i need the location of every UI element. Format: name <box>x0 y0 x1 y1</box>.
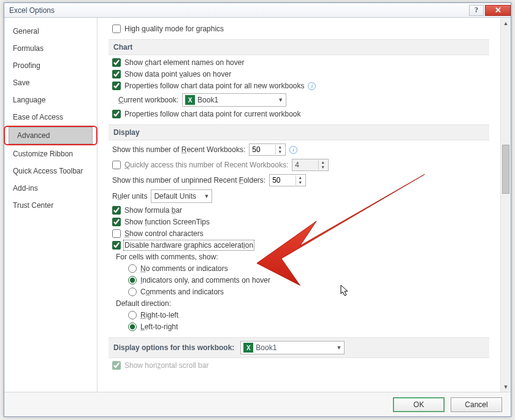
ruler-units-value: Default Units <box>154 192 196 200</box>
vertical-scrollbar[interactable]: ▲ ▼ <box>500 18 511 392</box>
label-recent-folders: Show this number of unpinned Recent Fold… <box>112 176 265 185</box>
label-recent-workbooks: Show this number of Recent Workbooks: <box>112 145 245 154</box>
sidebar-item-save[interactable]: Save <box>4 74 97 91</box>
help-button[interactable]: ? <box>469 5 484 16</box>
radio-comments-indicators[interactable] <box>128 276 137 284</box>
sidebar-item-ease-of-access[interactable]: Ease of Access <box>4 109 97 126</box>
checkbox-screentips[interactable] <box>112 218 121 226</box>
label-quick-access: Quickly access this number of Recent Wor… <box>124 161 288 169</box>
option-chart-props-all[interactable]: Properties follow chart data point for a… <box>112 82 489 90</box>
label-chart-props-current: Properties follow chart data point for c… <box>124 110 300 118</box>
dialog-footer: OK Cancel <box>4 392 511 416</box>
cancel-button[interactable]: Cancel <box>451 397 502 412</box>
option-high-quality-graphics[interactable]: High quality mode for graphics <box>112 25 489 33</box>
label-current-workbook: Current workbook: <box>118 96 178 104</box>
info-icon[interactable]: i <box>289 146 297 154</box>
option-chart-props-current[interactable]: Properties follow chart data point for c… <box>112 110 489 118</box>
checkbox-chart-props-current[interactable] <box>112 110 121 118</box>
checkbox-chart-props-all[interactable] <box>112 82 121 90</box>
sidebar-item-customize-ribbon[interactable]: Customize Ribbon <box>4 145 97 162</box>
radio-comments-none[interactable] <box>128 264 137 273</box>
ruler-units-row: Ruler units Default Units ▼ <box>112 189 489 203</box>
label-control-chars: Show control characters <box>124 229 204 238</box>
display-workbook-value: Book1 <box>256 343 277 352</box>
label-direction-rtl: Right-to-left <box>140 311 178 319</box>
option-direction-rtl[interactable]: Right-to-left <box>128 311 489 319</box>
recent-folders-input[interactable]: ▲▼ <box>269 174 306 186</box>
checkbox-hscroll[interactable] <box>112 361 121 370</box>
label-chart-names: Show chart element names on hover <box>124 58 244 67</box>
ruler-units-select[interactable]: Default Units ▼ <box>151 189 212 203</box>
sidebar-item-quick-access-toolbar[interactable]: Quick Access Toolbar <box>4 162 97 180</box>
option-comments-both[interactable]: Comments and indicators <box>128 288 489 296</box>
option-screentips[interactable]: Show function ScreenTips <box>112 218 489 226</box>
checkbox-high-quality-graphics[interactable] <box>112 25 121 33</box>
scroll-thumb[interactable] <box>502 145 509 194</box>
current-workbook-row: Current workbook: X Book1 ▼ <box>118 93 489 107</box>
scroll-down-icon[interactable]: ▼ <box>501 381 511 392</box>
label-direction-ltr: Left-to-right <box>140 323 178 331</box>
category-sidebar: General Formulas Proofing Save Language … <box>4 18 97 392</box>
option-comments-indicators[interactable]: Indicators only, and comments on hover <box>128 276 489 284</box>
info-icon[interactable]: i <box>308 82 316 90</box>
scroll-up-icon[interactable]: ▲ <box>501 18 511 28</box>
checkbox-control-chars[interactable] <box>112 229 121 238</box>
option-hscroll[interactable]: Show horizontal scroll bar <box>112 361 489 370</box>
label-disable-hw-accel: Disable hardware graphics acceleration <box>124 241 253 250</box>
recent-folders-row: Show this number of unpinned Recent Fold… <box>112 174 489 186</box>
recent-folders-value[interactable] <box>270 175 296 185</box>
sidebar-item-advanced[interactable]: Advanced <box>9 127 93 144</box>
title-bar[interactable]: Excel Options ? ✕ <box>4 3 511 18</box>
recent-workbooks-value[interactable] <box>250 145 275 155</box>
sidebar-item-formulas[interactable]: Formulas <box>4 40 97 57</box>
checkbox-disable-hw-accel[interactable] <box>112 241 121 250</box>
sidebar-item-language[interactable]: Language <box>4 91 97 109</box>
ok-button[interactable]: OK <box>393 397 444 412</box>
quick-access-row[interactable]: Quickly access this number of Recent Wor… <box>112 159 489 171</box>
option-chart-names[interactable]: Show chart element names on hover <box>112 58 489 67</box>
scroll-area[interactable]: High quality mode for graphics Chart Sho… <box>97 18 500 392</box>
option-direction-ltr[interactable]: Left-to-right <box>128 323 489 331</box>
quick-access-input: ▲▼ <box>292 159 329 171</box>
current-workbook-select[interactable]: X Book1 ▼ <box>182 93 286 107</box>
radio-direction-ltr[interactable] <box>128 323 137 331</box>
label-hscroll: Show horizontal scroll bar <box>124 361 208 370</box>
recent-workbooks-input[interactable]: ▲▼ <box>249 143 286 156</box>
chevron-down-icon: ▼ <box>204 193 209 199</box>
section-display-workbook-title: Display options for this workbook: <box>113 343 234 352</box>
display-workbook-select[interactable]: X Book1 ▼ <box>240 341 345 354</box>
option-disable-hw-accel[interactable]: Disable hardware graphics acceleration <box>112 241 489 250</box>
checkbox-chart-values[interactable] <box>112 70 121 78</box>
checkbox-formula-bar[interactable] <box>112 206 121 215</box>
quick-access-value <box>292 160 318 170</box>
recent-workbooks-row: Show this number of Recent Workbooks: ▲▼… <box>112 143 489 156</box>
checkbox-quick-access[interactable] <box>112 161 121 169</box>
excel-icon: X <box>185 95 195 105</box>
radio-direction-rtl[interactable] <box>128 311 137 319</box>
options-content: High quality mode for graphics Chart Sho… <box>97 18 511 392</box>
label-comments-none: No comments or indicators <box>140 264 228 273</box>
chevron-down-icon: ▼ <box>336 345 341 351</box>
label-comments-both: Comments and indicators <box>140 288 224 296</box>
label-chart-values: Show data point values on hover <box>124 70 231 78</box>
sidebar-item-add-ins[interactable]: Add-ins <box>4 180 97 197</box>
label-comments-indicators: Indicators only, and comments on hover <box>140 276 270 284</box>
radio-comments-both[interactable] <box>128 288 137 296</box>
section-display-workbook: Display options for this workbook: X Boo… <box>109 337 489 358</box>
sidebar-item-trust-center[interactable]: Trust Center <box>4 197 97 214</box>
sidebar-item-proofing[interactable]: Proofing <box>4 57 97 74</box>
direction-header: Default direction: <box>116 299 489 308</box>
close-button[interactable]: ✕ <box>485 5 511 16</box>
label-chart-props-all: Properties follow chart data point for a… <box>124 82 304 90</box>
scroll-track[interactable] <box>501 28 511 381</box>
option-chart-values[interactable]: Show data point values on hover <box>112 70 489 78</box>
comments-header: For cells with comments, show: <box>116 253 489 261</box>
sidebar-item-general[interactable]: General <box>4 23 97 40</box>
excel-options-dialog: Excel Options ? ✕ General Formulas Proof… <box>4 2 511 417</box>
option-formula-bar[interactable]: Show formula bar <box>112 206 489 215</box>
dialog-title: Excel Options <box>9 6 468 15</box>
option-control-chars[interactable]: Show control characters <box>112 229 489 238</box>
label-high-quality-graphics: High quality mode for graphics <box>124 25 224 33</box>
option-comments-none[interactable]: No comments or indicators <box>128 264 489 273</box>
checkbox-chart-names[interactable] <box>112 58 121 67</box>
